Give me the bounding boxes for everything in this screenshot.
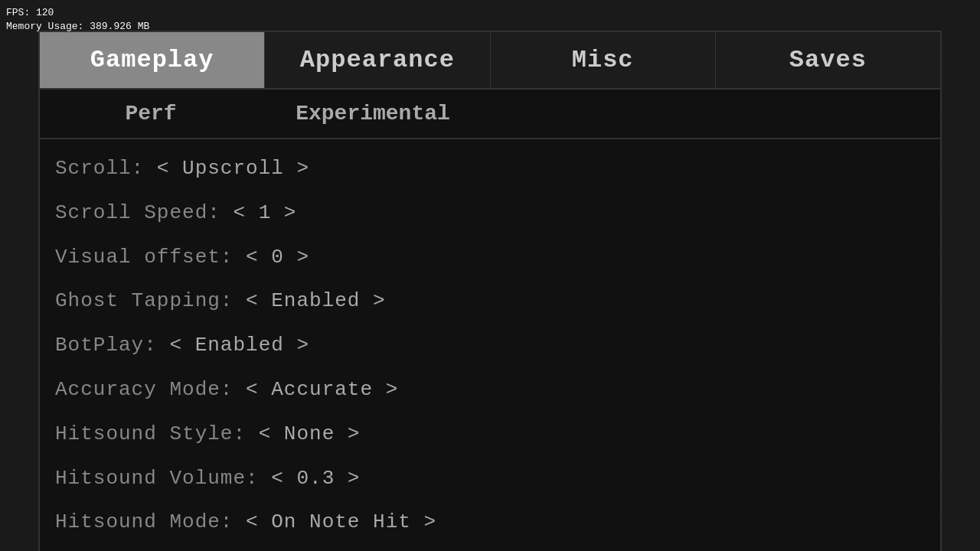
setting-value: < 0 >	[246, 246, 309, 269]
setting-label: Scroll Speed:	[55, 201, 220, 224]
setting-scroll-speed[interactable]: Scroll Speed: < 1 >	[40, 191, 940, 236]
setting-botplay[interactable]: BotPlay: < Enabled >	[40, 324, 940, 368]
setting-label: BotPlay:	[55, 334, 157, 357]
setting-label: Hitsound Mode:	[55, 510, 233, 533]
subtab-perf[interactable]: Perf	[40, 90, 262, 138]
setting-scroll[interactable]: Scroll: < Upscroll >	[40, 147, 940, 191]
setting-value: < Upscroll >	[157, 157, 309, 180]
setting-label: Hitsound Volume:	[55, 467, 259, 490]
setting-visual-offset[interactable]: Visual offset: < 0 >	[40, 236, 940, 280]
fps-value: FPS: 120	[6, 6, 149, 20]
subtabs-row: Perf Experimental	[40, 90, 940, 139]
fps-counter: FPS: 120 Memory Usage: 389.926 MB	[6, 6, 149, 34]
main-panel: Gameplay Appearance Misc Saves Perf Expe…	[38, 31, 942, 551]
subtab-experimental[interactable]: Experimental	[262, 90, 484, 138]
setting-hitsound-style[interactable]: Hitsound Style: < None >	[40, 412, 940, 457]
setting-hitsound-mode[interactable]: Hitsound Mode: < On Note Hit >	[40, 500, 940, 545]
memory-value: Memory Usage: 389.926 MB	[6, 20, 149, 34]
setting-value: < Accurate >	[246, 378, 398, 401]
setting-label: Accuracy Mode:	[55, 378, 233, 401]
tab-appearance[interactable]: Appearance	[265, 32, 490, 88]
setting-label: Hitsound Style:	[55, 422, 246, 445]
settings-list: Scroll: < Upscroll > Scroll Speed: < 1 >…	[40, 139, 940, 551]
setting-label: Visual offset:	[55, 246, 233, 269]
setting-value: < Enabled >	[169, 334, 309, 357]
tab-gameplay[interactable]: Gameplay	[40, 32, 265, 88]
tabs-row: Gameplay Appearance Misc Saves	[40, 32, 940, 90]
setting-hitsound-volume[interactable]: Hitsound Volume: < 0.3 >	[40, 457, 940, 501]
tab-misc[interactable]: Misc	[491, 32, 716, 88]
setting-label: Scroll:	[55, 157, 144, 180]
tab-saves[interactable]: Saves	[716, 32, 940, 88]
setting-value: < 0.3 >	[271, 467, 360, 490]
setting-ghost-tapping[interactable]: Ghost Tapping: < Enabled >	[40, 279, 940, 324]
setting-value: < None >	[259, 422, 361, 445]
setting-value: < 1 >	[233, 201, 296, 224]
setting-value: < Enabled >	[246, 289, 386, 312]
setting-label: Ghost Tapping:	[55, 289, 233, 312]
setting-accuracy-mode[interactable]: Accuracy Mode: < Accurate >	[40, 368, 940, 412]
setting-reset-button[interactable]: Reset Button: < Enabled >	[40, 545, 940, 551]
setting-value: < On Note Hit >	[246, 510, 436, 533]
